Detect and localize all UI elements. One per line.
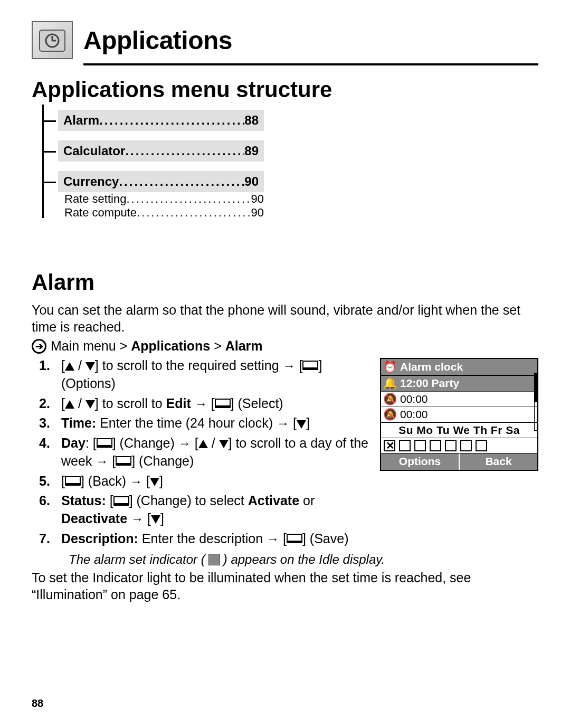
tree-page: 89 xyxy=(244,144,259,158)
menu-tree: Alarm ..................................… xyxy=(42,110,264,220)
phone-softkey-right: Back xyxy=(460,453,537,469)
step-7: Description: Enter the description → [] … xyxy=(32,530,369,548)
checkbox-checked-icon xyxy=(384,440,395,451)
section-title-alarm: Alarm xyxy=(32,270,538,295)
down-arrow-icon xyxy=(297,420,306,429)
alarm-intro: You can set the alarm so that the phone … xyxy=(32,301,538,335)
phone-day-checkboxes xyxy=(381,438,537,453)
softkey-icon xyxy=(302,361,318,370)
chapter-title: Applications xyxy=(83,26,232,55)
alarm-indicator-icon xyxy=(208,554,220,565)
checkbox-icon xyxy=(414,440,426,451)
tree-item-alarm: Alarm ..................................… xyxy=(42,110,264,131)
tree-item-calculator: Calculator .............................… xyxy=(42,140,264,162)
tree-page: 88 xyxy=(244,113,259,128)
tree-label: Currency xyxy=(63,174,119,189)
step-4: Day: [] (Change) → [ / ] to scroll to a … xyxy=(32,434,369,470)
down-arrow-icon xyxy=(150,478,159,486)
down-arrow-icon xyxy=(219,440,229,448)
horizontal-rule xyxy=(83,63,538,65)
softkey-icon xyxy=(65,476,81,486)
scrollbar-icon xyxy=(534,373,537,431)
tree-item-currency: Currency ...............................… xyxy=(42,171,264,220)
tree-label: Calculator xyxy=(63,144,125,158)
down-arrow-icon xyxy=(86,400,95,409)
phone-row: 🔕00:00 xyxy=(381,407,537,422)
chapter-header: Applications xyxy=(32,21,538,59)
phone-title: Alarm clock xyxy=(400,360,463,374)
alarm-note: The alarm set indicator ( ) appears on t… xyxy=(32,552,538,567)
softkey-icon xyxy=(116,456,131,466)
phone-softkeys: Options Back xyxy=(381,453,537,469)
checkbox-icon xyxy=(460,440,472,451)
section-title-menu-structure: Applications menu structure xyxy=(32,77,538,102)
bell-off-icon: 🔕 xyxy=(383,392,397,406)
tree-sub-rate-setting: Rate setting ...........................… xyxy=(58,192,264,206)
softkey-icon xyxy=(113,496,129,506)
step-1: [ / ] to scroll to the required setting … xyxy=(32,357,369,393)
phone-row-selected: 🔔12:00 Party xyxy=(381,376,537,391)
step-2: [ / ] to scroll to Edit → [] (Select) xyxy=(32,395,369,413)
bell-icon: 🔔 xyxy=(383,376,397,390)
navigation-path: ➔ Main menu > Applications > Alarm xyxy=(32,338,538,354)
bell-off-icon: 🔕 xyxy=(383,408,397,421)
applications-icon xyxy=(32,21,73,59)
step-5: [] (Back) → [] xyxy=(32,472,369,490)
tree-page: 90 xyxy=(244,174,259,189)
outro-para: To set the Indicator light to be illumin… xyxy=(32,569,538,603)
softkey-icon xyxy=(287,534,302,543)
checkbox-icon xyxy=(399,440,411,451)
down-arrow-icon xyxy=(151,515,160,524)
step-3: Time: Enter the time (24 hour clock) → [… xyxy=(32,414,369,432)
page-number: 88 xyxy=(32,697,43,710)
up-arrow-icon xyxy=(65,362,74,371)
step-6: Status: [] (Change) to select Activate o… xyxy=(32,492,369,528)
down-arrow-icon xyxy=(86,362,95,371)
up-arrow-icon xyxy=(198,440,208,448)
up-arrow-icon xyxy=(65,400,74,409)
alarm-title-icon: ⏰ xyxy=(383,360,397,374)
phone-days-row: Su Mo Tu We Th Fr Sa xyxy=(381,422,537,438)
phone-row: 🔕00:00 xyxy=(381,392,537,407)
phone-screenshot: ⏰Alarm clock 🔔12:00 Party 🔕00:00 🔕00:00 … xyxy=(380,357,538,471)
tree-label: Alarm xyxy=(63,113,99,128)
checkbox-icon xyxy=(445,440,457,451)
checkbox-icon xyxy=(430,440,441,451)
nav-arrow-icon: ➔ xyxy=(32,339,46,354)
phone-softkey-left: Options xyxy=(381,453,460,469)
steps-list: [ / ] to scroll to the required setting … xyxy=(32,357,369,550)
checkbox-icon xyxy=(476,440,487,451)
softkey-icon xyxy=(97,438,112,448)
tree-sub-rate-compute: Rate compute ...........................… xyxy=(58,206,264,220)
softkey-icon xyxy=(215,399,231,408)
